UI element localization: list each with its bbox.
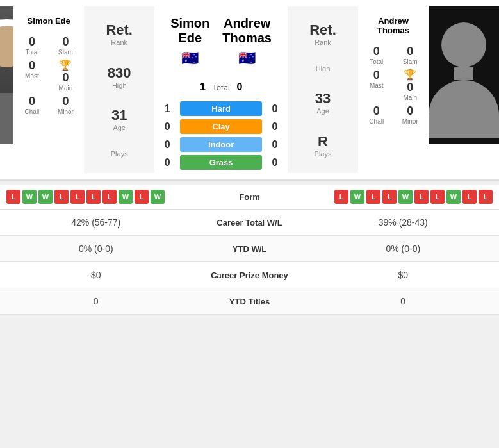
grass-badge: Grass — [180, 155, 262, 170]
stat-row-center-3: YTD Titles — [186, 297, 314, 306]
left-player-name: Simon Ede — [28, 16, 70, 26]
stat-row: 0% (0-0) YTD W/L 0% (0-0) — [0, 236, 499, 262]
right-center-player: AndrewThomas 🇦🇺 — [216, 10, 278, 71]
surface-row-indoor: 0 Indoor 0 — [158, 137, 284, 152]
stat-row-right-1: 0% (0-0) — [314, 244, 493, 254]
right-head — [441, 22, 486, 67]
form-badge-l: L — [135, 190, 149, 204]
right-player-name: Andrew Thomas — [361, 16, 425, 35]
right-age: 33 Age — [315, 90, 331, 115]
right-plays: R Plays — [315, 133, 332, 158]
right-name-header: AndrewThomas — [222, 13, 272, 49]
form-badge-w: W — [446, 190, 461, 204]
stat-row: 42% (56-77) Career Total W/L 39% (28-43) — [0, 210, 499, 236]
form-section: LWWLLLLWLW Form LWLLWLLWLL 42% (56-77) C… — [0, 185, 499, 315]
left-player-info: Simon Ede 0 Total 0 Slam 0 Mast 🏆 0 Mai — [13, 6, 84, 173]
surface-row-hard: 1 Hard 0 — [158, 101, 284, 116]
stat-row-left-2: $0 — [6, 270, 186, 280]
clay-badge: Clay — [180, 119, 262, 134]
form-badge-w: W — [350, 190, 364, 204]
left-center-player: Simon Ede 🇦🇺 — [164, 10, 216, 71]
right-minor: 0 Minor — [395, 104, 426, 125]
right-slam: 0 Slam — [395, 45, 426, 65]
right-player-info: Andrew Thomas 0 Total 0 Slam 0 Mast 🏆 0 — [358, 6, 429, 173]
surface-row-clay: 0 Clay 0 — [158, 119, 284, 134]
right-high: High — [316, 65, 331, 72]
trophy-icon-right: 🏆 — [404, 69, 416, 81]
left-slam: 0 Slam — [51, 35, 81, 56]
form-badge-w: W — [119, 190, 133, 204]
form-badge-l: L — [102, 190, 117, 204]
stat-row-right-3: 0 — [314, 296, 493, 306]
total-row: 1 Total 0 — [193, 81, 249, 93]
form-badge-l: L — [6, 190, 20, 204]
form-badge-l: L — [70, 190, 85, 204]
form-badge-l: L — [334, 190, 348, 204]
stat-row-right-0: 39% (28-43) — [314, 217, 493, 228]
form-row: LWWLLLLWLW Form LWLLWLLWLL — [0, 185, 499, 210]
right-player-photo — [429, 6, 499, 144]
left-plays: Plays — [111, 150, 128, 158]
stat-row-center-2: Career Prize Money — [186, 270, 314, 280]
stat-row-right-2: $0 — [314, 270, 493, 280]
right-mast: 0 Mast — [361, 69, 392, 101]
form-badge-l: L — [462, 190, 477, 204]
form-badge-l: L — [366, 190, 380, 204]
right-chall: 0 Chall — [361, 104, 392, 125]
form-badge-w: W — [398, 190, 413, 204]
indoor-badge: Indoor — [180, 137, 262, 152]
surface-rows: 1 Hard 0 0 Clay 0 0 Indoor 0 0 Grass — [158, 98, 284, 173]
right-stats-panel: Ret. Rank High 33 Age R Plays — [288, 6, 358, 173]
total-left: 1 — [193, 81, 212, 93]
form-badge-l: L — [430, 190, 445, 204]
hard-badge: Hard — [180, 101, 262, 116]
left-rank: Ret. Rank — [106, 22, 133, 46]
form-badge-w: W — [22, 190, 37, 204]
stat-row-left-0: 42% (56-77) — [6, 217, 186, 228]
left-age: 31 Age — [111, 107, 127, 131]
form-badge-l: L — [382, 190, 397, 204]
stat-row: $0 Career Prize Money $0 — [0, 262, 499, 288]
left-minor: 0 Minor — [51, 95, 81, 115]
center-section: Simon Ede 🇦🇺 AndrewThomas 🇦🇺 1 Total 0 — [154, 6, 288, 173]
form-label: Form — [202, 192, 298, 202]
form-badge-w: W — [151, 190, 165, 204]
left-form: LWWLLLLWLW — [6, 190, 202, 204]
left-mast: 0 Mast — [17, 59, 47, 92]
main-container: Simon Ede 0 Total 0 Slam 0 Mast 🏆 0 Mai — [0, 0, 499, 315]
stat-row: 0 YTD Titles 0 — [0, 288, 499, 315]
left-stats-grid: 0 Total 0 Slam 0 Mast 🏆 0 Main 0 — [17, 35, 81, 115]
right-body — [429, 80, 499, 138]
form-badge-l: L — [479, 190, 493, 204]
form-badge-l: L — [54, 190, 69, 204]
right-total: 0 Total — [361, 45, 392, 65]
form-badge-l: L — [414, 190, 429, 204]
total-label: Total — [212, 83, 229, 92]
body — [0, 93, 13, 144]
form-badge-l: L — [86, 190, 101, 204]
form-badge-w: W — [38, 190, 53, 204]
player-section: Simon Ede 0 Total 0 Slam 0 Mast 🏆 0 Mai — [0, 0, 499, 181]
left-total: 0 Total — [17, 35, 47, 56]
total-right: 0 — [230, 81, 249, 93]
right-stats-grid: 0 Total 0 Slam 0 Mast 🏆 0 Main 0 — [361, 45, 425, 125]
left-trophy: 🏆 0 Main — [51, 59, 81, 92]
right-neck — [454, 67, 473, 80]
left-name-header: Simon Ede — [170, 13, 209, 49]
stats-rows: 42% (56-77) Career Total W/L 39% (28-43)… — [0, 210, 499, 315]
left-chall: 0 Chall — [17, 95, 47, 115]
stat-row-left-3: 0 — [6, 296, 186, 306]
right-trophy: 🏆 0 Main — [395, 69, 426, 101]
trophy-icon-left: 🏆 — [59, 59, 72, 71]
left-player-photo — [0, 6, 13, 144]
left-stats-panel: Ret. Rank 830 High 31 Age Plays — [84, 6, 154, 173]
left-high: 830 High — [108, 65, 131, 89]
right-form: LWLLWLLWLL — [298, 190, 493, 204]
stat-row-left-1: 0% (0-0) — [6, 244, 186, 254]
left-flag: 🇦🇺 — [181, 50, 199, 67]
stat-row-center-1: YTD W/L — [186, 244, 314, 254]
face — [0, 26, 13, 67]
stat-row-center-0: Career Total W/L — [186, 218, 314, 228]
right-rank: Ret. Rank — [309, 22, 336, 46]
surface-row-grass: 0 Grass 0 — [158, 155, 284, 170]
